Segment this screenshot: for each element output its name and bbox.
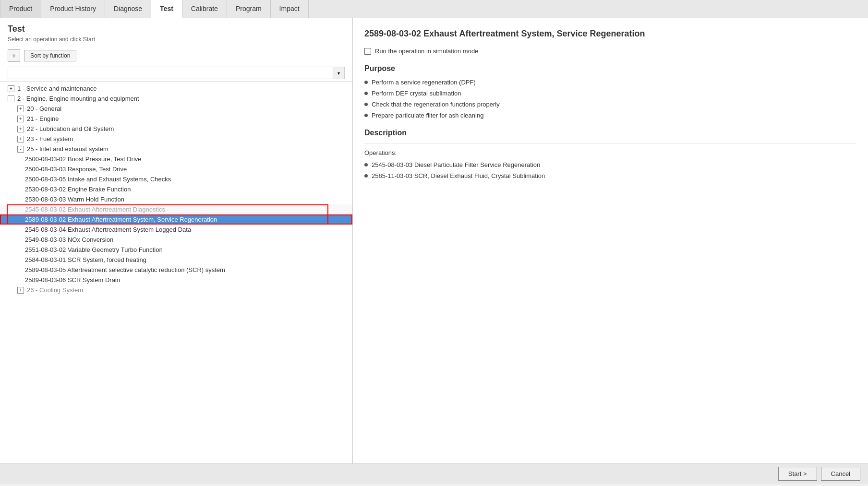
tree-leaf-2589-selected[interactable]: 2589-08-03-02 Exhaust Aftertreatment Sys… bbox=[0, 214, 352, 225]
nav-calibrate[interactable]: Calibrate bbox=[182, 0, 227, 18]
detail-title: 2589-08-03-02 Exhaust Aftertreatment Sys… bbox=[364, 28, 856, 40]
tree-leaf-2589-scr-drain[interactable]: 2589-08-03-06 SCR System Drain bbox=[0, 275, 352, 285]
bullet-icon-2 bbox=[364, 92, 368, 95]
page-title: Test bbox=[8, 24, 345, 34]
tree-subgroup-label: 26 - Cooling System bbox=[27, 286, 83, 294]
expand-icon: + bbox=[17, 116, 24, 122]
search-dropdown-button[interactable]: ▾ bbox=[333, 67, 345, 79]
purpose-list: Perform a service regeneration (DPF) Per… bbox=[364, 79, 856, 119]
tree-subgroup-label: 20 - General bbox=[27, 105, 61, 112]
operation-item-1: 2545-08-03-03 Diesel Particulate Filter … bbox=[364, 161, 856, 168]
operation-item-2: 2585-11-03-03 SCR, Diesel Exhaust Fluid,… bbox=[364, 172, 856, 179]
nav-product-history[interactable]: Product History bbox=[41, 0, 105, 18]
sort-by-function-button[interactable]: Sort by function bbox=[24, 50, 76, 61]
tree-container[interactable]: + 1 - Service and maintenance - 2 - Engi… bbox=[0, 82, 352, 463]
tree-subgroup-23[interactable]: + 23 - Fuel system bbox=[0, 134, 352, 144]
tree-leaf-label: 2500-08-03-03 Response, Test Drive bbox=[25, 166, 127, 173]
start-button[interactable]: Start > bbox=[778, 467, 817, 481]
bottom-bar: Start > Cancel bbox=[0, 463, 868, 484]
nav-product[interactable]: Product bbox=[0, 0, 41, 18]
description-title: Description bbox=[364, 129, 856, 137]
purpose-item-4: Prepare particulate filter for ash clean… bbox=[364, 112, 856, 119]
toolbar: + Sort by function bbox=[0, 47, 352, 65]
tree-subgroup-26[interactable]: + 26 - Cooling System bbox=[0, 285, 352, 295]
expand-icon: - bbox=[8, 95, 14, 102]
cancel-button[interactable]: Cancel bbox=[821, 467, 860, 481]
description-section: Description Operations: 2545-08-03-03 Di… bbox=[364, 129, 856, 179]
nav-impact[interactable]: Impact bbox=[271, 0, 309, 18]
right-panel: 2589-08-03-02 Exhaust Aftertreatment Sys… bbox=[353, 18, 868, 463]
tree-leaf-2500-intake[interactable]: 2500-08-03-05 Intake and Exhaust Systems… bbox=[0, 174, 352, 184]
tree-leaf-2549-nox[interactable]: 2549-08-03-03 NOx Conversion bbox=[0, 235, 352, 245]
bullet-icon-3 bbox=[364, 103, 368, 106]
operations-list: 2545-08-03-03 Diesel Particulate Filter … bbox=[364, 161, 856, 179]
purpose-item-3: Check that the regeneration functions pr… bbox=[364, 101, 856, 108]
simulation-label: Run the operation in simulation mode bbox=[375, 47, 478, 55]
tree-leaf-2545-diagnostics[interactable]: 2545-08-03-02 Exhaust Aftertreatment Dia… bbox=[0, 204, 352, 214]
tree-leaf-label: 2589-08-03-05 Aftertreatment selective c… bbox=[25, 266, 225, 273]
simulation-checkbox[interactable] bbox=[364, 48, 371, 55]
tree-leaf-label: 2545-08-03-02 Exhaust Aftertreatment Dia… bbox=[25, 206, 165, 213]
tree-subgroup-20[interactable]: + 20 - General bbox=[0, 104, 352, 114]
tree-group-engine[interactable]: - 2 - Engine, Engine mounting and equipm… bbox=[0, 94, 352, 104]
tree-leaf-label: 2530-08-03-03 Warm Hold Function bbox=[25, 196, 124, 203]
divider bbox=[364, 143, 856, 143]
expand-icon: + bbox=[8, 85, 14, 92]
bullet-icon-op-1 bbox=[364, 163, 368, 166]
highlight-group: 2545-08-03-02 Exhaust Aftertreatment Dia… bbox=[0, 204, 352, 225]
expand-icon: + bbox=[17, 126, 24, 132]
tree-subgroup-22[interactable]: + 22 - Lubrication and Oil System bbox=[0, 124, 352, 134]
bullet-icon-1 bbox=[364, 81, 368, 84]
bullet-icon-4 bbox=[364, 114, 368, 117]
tree-leaf-label: 2500-08-03-05 Intake and Exhaust Systems… bbox=[25, 176, 171, 183]
tree-leaf-2551-turbo[interactable]: 2551-08-03-02 Variable Geometry Turbo Fu… bbox=[0, 245, 352, 255]
tree-subgroup-25[interactable]: - 25 - Inlet and exhaust system bbox=[0, 144, 352, 154]
tree-group-label: 2 - Engine, Engine mounting and equipmen… bbox=[17, 95, 139, 102]
main-layout: Test Select an operation and click Start… bbox=[0, 18, 868, 463]
expand-icon: - bbox=[17, 146, 24, 153]
tree-leaf-2545-logged[interactable]: 2545-08-03-04 Exhaust Aftertreatment Sys… bbox=[0, 225, 352, 235]
add-button[interactable]: + bbox=[8, 49, 20, 62]
tree-leaf-label: 2589-08-03-06 SCR System Drain bbox=[25, 276, 120, 284]
bullet-icon-op-2 bbox=[364, 174, 368, 178]
tree-leaf-2584-scr[interactable]: 2584-08-03-01 SCR System, forced heating bbox=[0, 255, 352, 265]
search-input[interactable] bbox=[8, 67, 333, 79]
expand-icon: + bbox=[17, 136, 24, 142]
tree-leaf-label: 2530-08-03-02 Engine Brake Function bbox=[25, 186, 131, 193]
tree-leaf-2589-aftertreatment[interactable]: 2589-08-03-05 Aftertreatment selective c… bbox=[0, 265, 352, 275]
tree-group-label: 1 - Service and maintenance bbox=[17, 85, 96, 92]
left-panel: Test Select an operation and click Start… bbox=[0, 18, 353, 463]
nav-diagnose[interactable]: Diagnose bbox=[105, 0, 151, 18]
tree-leaf-label: 2545-08-03-04 Exhaust Aftertreatment Sys… bbox=[25, 226, 191, 233]
tree-leaf-label: 2549-08-03-03 NOx Conversion bbox=[25, 236, 113, 243]
tree-leaf-label: 2500-08-03-02 Boost Pressure, Test Drive bbox=[25, 155, 142, 163]
purpose-title: Purpose bbox=[364, 64, 856, 73]
top-navigation: Product Product History Diagnose Test Ca… bbox=[0, 0, 868, 18]
nav-program[interactable]: Program bbox=[227, 0, 271, 18]
tree-subgroup-label: 25 - Inlet and exhaust system bbox=[27, 145, 108, 153]
chevron-down-icon: ▾ bbox=[338, 71, 340, 76]
tree-leaf-label: 2589-08-03-02 Exhaust Aftertreatment Sys… bbox=[25, 216, 217, 223]
left-header: Test Select an operation and click Start bbox=[0, 18, 352, 47]
tree-leaf-2530-warm[interactable]: 2530-08-03-03 Warm Hold Function bbox=[0, 194, 352, 204]
tree-leaf-label: 2551-08-03-02 Variable Geometry Turbo Fu… bbox=[25, 246, 163, 253]
tree-leaf-2500-response[interactable]: 2500-08-03-03 Response, Test Drive bbox=[0, 164, 352, 174]
tree-subgroup-label: 21 - Engine bbox=[27, 115, 59, 122]
tree-leaf-label: 2584-08-03-01 SCR System, forced heating bbox=[25, 256, 146, 263]
search-row: ▾ bbox=[0, 65, 352, 82]
expand-icon: + bbox=[17, 106, 24, 112]
plus-icon: + bbox=[12, 52, 16, 59]
operations-label: Operations: bbox=[364, 149, 856, 156]
tree-subgroup-label: 23 - Fuel system bbox=[27, 135, 73, 142]
purpose-item-1: Perform a service regeneration (DPF) bbox=[364, 79, 856, 86]
nav-test[interactable]: Test bbox=[151, 0, 182, 18]
tree-group-service-maintenance[interactable]: + 1 - Service and maintenance bbox=[0, 83, 352, 94]
tree-subgroup-label: 22 - Lubrication and Oil System bbox=[27, 125, 114, 132]
expand-icon: + bbox=[17, 287, 24, 294]
purpose-item-2: Perform DEF crystal sublimation bbox=[364, 90, 856, 97]
tree-leaf-2530-brake[interactable]: 2530-08-03-02 Engine Brake Function bbox=[0, 184, 352, 194]
simulation-row: Run the operation in simulation mode bbox=[364, 47, 856, 55]
tree-leaf-2500-boost[interactable]: 2500-08-03-02 Boost Pressure, Test Drive bbox=[0, 154, 352, 164]
tree-subgroup-21[interactable]: + 21 - Engine bbox=[0, 114, 352, 124]
page-subtitle: Select an operation and click Start bbox=[8, 36, 345, 43]
